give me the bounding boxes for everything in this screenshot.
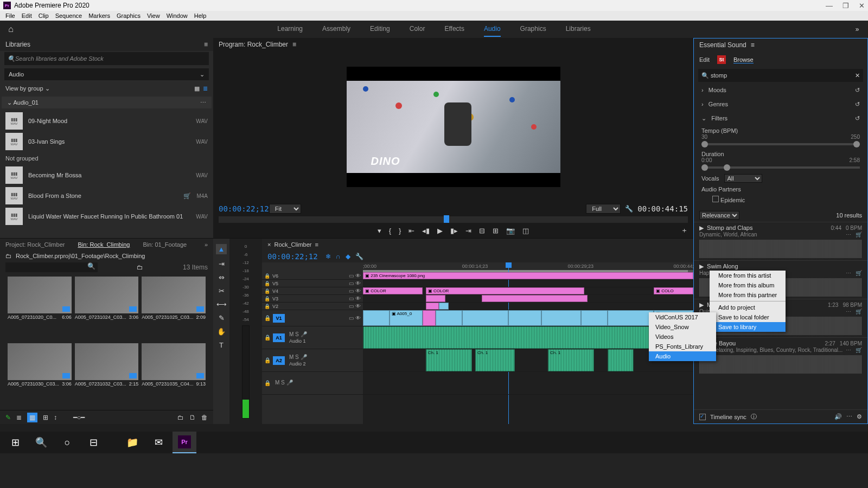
cart-icon[interactable]: 🛒 bbox=[856, 270, 862, 276]
waveform[interactable] bbox=[699, 355, 862, 374]
slip-icon[interactable]: ⟷ bbox=[216, 300, 227, 309]
library-item[interactable]: ▮▮▮WAV09-Night MoodWAV bbox=[0, 111, 213, 131]
menu-markers[interactable]: Markers bbox=[86, 12, 112, 19]
menu-graphics[interactable]: Graphics bbox=[114, 12, 143, 19]
duration-slider[interactable] bbox=[701, 166, 860, 169]
marker-icon[interactable]: ▾ bbox=[378, 227, 381, 235]
cortana-button[interactable]: ○ bbox=[55, 432, 79, 453]
new-bin-icon[interactable]: 🗀 bbox=[137, 264, 143, 271]
fit-select[interactable]: Fit bbox=[269, 204, 301, 214]
bin-icon[interactable]: 🗀 bbox=[5, 253, 11, 259]
clip-item[interactable]: A005_07231035_C04...9:13 bbox=[142, 343, 206, 407]
menu-view[interactable]: View bbox=[145, 12, 162, 19]
new-icon[interactable]: 🗋 bbox=[189, 414, 196, 421]
selection-tool-icon[interactable]: ▲ bbox=[216, 244, 227, 254]
list-view-icon[interactable]: ≣ bbox=[203, 85, 208, 92]
clip[interactable] bbox=[363, 310, 390, 326]
clip-item[interactable]: A005_07231024_C03...3:06 bbox=[75, 277, 139, 340]
info-icon[interactable]: ⓘ bbox=[751, 413, 757, 421]
tempo-slider[interactable] bbox=[701, 143, 860, 145]
icon-view-icon[interactable]: ▦ bbox=[27, 413, 37, 422]
razor-icon[interactable]: ✂ bbox=[219, 287, 225, 295]
workspace-overflow[interactable]: » bbox=[846, 25, 868, 33]
sort-icon[interactable]: ↕ bbox=[54, 414, 57, 421]
panel-menu-icon[interactable]: ≡ bbox=[204, 41, 208, 48]
cart-icon[interactable]: 🛒 bbox=[856, 309, 862, 314]
extract-icon[interactable]: ⊞ bbox=[493, 227, 499, 235]
more-icon[interactable]: ⋯ bbox=[846, 309, 851, 314]
audio-clip[interactable] bbox=[608, 349, 634, 371]
clip-item[interactable]: A005_07231025_C03...2:09 bbox=[142, 277, 206, 340]
context-menu[interactable]: More from this artistMore from this albu… bbox=[710, 271, 786, 332]
clip-item[interactable]: A005_07231032_C03...2:15 bbox=[75, 343, 139, 407]
library-group-header[interactable]: ⌄ Audio_01⋯ bbox=[2, 97, 212, 108]
clip[interactable]: ▣ COLOR bbox=[363, 287, 423, 294]
video-track-header[interactable]: 🔒V5▭ 👁 bbox=[262, 280, 363, 287]
panel-menu-icon[interactable]: ≡ bbox=[292, 41, 296, 48]
marker-tl-icon[interactable]: ◆ bbox=[346, 253, 350, 260]
workspace-graphics[interactable]: Graphics bbox=[520, 22, 546, 37]
play-icon[interactable]: ▶ bbox=[437, 227, 443, 235]
freeform-icon[interactable]: ⊞ bbox=[43, 414, 48, 421]
workspace-assembly[interactable]: Assembly bbox=[322, 22, 350, 37]
new-item-icon[interactable]: 🗀 bbox=[177, 414, 184, 421]
settings-tl-icon[interactable]: 🔧 bbox=[355, 253, 363, 260]
libraries-dropdown[interactable]: Audio⌄ bbox=[4, 68, 209, 80]
video-track-header[interactable]: 🔒V1▭ 👁 bbox=[262, 310, 363, 326]
video-track-header[interactable]: 🔒V6▭ 👁 bbox=[262, 272, 363, 280]
browse-tab[interactable]: Browse bbox=[733, 56, 754, 63]
more-icon[interactable]: ⋯ bbox=[200, 99, 206, 106]
clip-item[interactable]: A005_07231020_C0...6:06 bbox=[8, 277, 72, 340]
scale-select[interactable]: Full bbox=[586, 204, 621, 214]
button-editor-icon[interactable]: ＋ bbox=[681, 226, 688, 235]
sound-result[interactable]: ▶ Stomp and Claps0:440 BPMDynamic, World… bbox=[694, 222, 867, 260]
submenu-item[interactable]: PS_Fonts_Library bbox=[649, 342, 716, 351]
audio-clip[interactable] bbox=[363, 326, 693, 349]
minimize-button[interactable]: — bbox=[826, 2, 833, 10]
type-tool-icon[interactable]: T bbox=[219, 341, 224, 349]
context-menu-item[interactable]: Save to local folder bbox=[710, 312, 786, 322]
panel-menu-icon[interactable]: ≡ bbox=[751, 41, 755, 49]
clip[interactable]: ▣ COLO bbox=[654, 287, 693, 294]
pen-icon[interactable]: ✎ bbox=[5, 414, 11, 421]
go-to-in-icon[interactable]: ⇤ bbox=[409, 227, 414, 235]
more-icon[interactable]: ⋯ bbox=[846, 413, 852, 420]
out-point-icon[interactable]: } bbox=[399, 227, 401, 235]
panel-overflow-icon[interactable]: » bbox=[205, 241, 208, 248]
close-button[interactable]: ✕ bbox=[859, 2, 865, 10]
workspace-editing[interactable]: Editing bbox=[370, 22, 390, 37]
list-icon[interactable]: ≣ bbox=[16, 414, 22, 421]
timeline-sync-checkbox[interactable] bbox=[699, 414, 706, 420]
task-view-button[interactable]: ⊟ bbox=[81, 432, 105, 453]
step-back-icon[interactable]: ◂▮ bbox=[422, 227, 430, 235]
project-tab[interactable]: Project: Rock_Climber bbox=[5, 241, 65, 248]
workspace-effects[interactable]: Effects bbox=[444, 22, 464, 37]
audio-clip[interactable]: Ch. 1 bbox=[475, 349, 515, 371]
clip[interactable] bbox=[581, 310, 608, 326]
view-by-group[interactable]: View by group ⌄ bbox=[5, 85, 50, 92]
moods-row[interactable]: › Moods↺ bbox=[694, 83, 867, 97]
reset-icon[interactable]: ↺ bbox=[855, 115, 860, 122]
workspace-audio[interactable]: Audio bbox=[484, 22, 501, 37]
home-icon[interactable]: ⌂ bbox=[0, 24, 22, 34]
es-search[interactable]: 🔍 stomp ✕ bbox=[698, 69, 863, 82]
project-tab[interactable]: Bin: 01_Footage bbox=[143, 241, 187, 248]
comparison-icon[interactable]: ◫ bbox=[522, 227, 529, 235]
project-tab[interactable]: Bin: Rock_Climbing bbox=[78, 241, 130, 248]
go-to-out-icon[interactable]: ⇥ bbox=[465, 227, 471, 235]
clip[interactable] bbox=[482, 295, 588, 302]
program-scrubber[interactable] bbox=[219, 216, 688, 223]
context-menu-item[interactable]: More from this artist bbox=[710, 271, 786, 280]
project-search[interactable] bbox=[5, 262, 98, 272]
submenu-item[interactable]: Videos bbox=[649, 332, 716, 342]
export-frame-icon[interactable]: 📷 bbox=[506, 227, 515, 235]
sound-result[interactable]: ▶ The Bayou2:27140 BPMSad, Relaxing, Ins… bbox=[694, 337, 867, 376]
epidemic-checkbox[interactable] bbox=[712, 196, 719, 202]
clip[interactable] bbox=[423, 310, 436, 326]
mail-icon[interactable]: ✉ bbox=[146, 432, 170, 453]
clear-search-icon[interactable]: ✕ bbox=[855, 72, 860, 79]
vocals-select[interactable]: All bbox=[724, 174, 762, 183]
libraries-search[interactable]: 🔍 Search libraries and Adobe Stock bbox=[4, 52, 209, 65]
more-icon[interactable]: ⋯ bbox=[846, 270, 851, 276]
start-button[interactable]: ⊞ bbox=[3, 432, 27, 453]
